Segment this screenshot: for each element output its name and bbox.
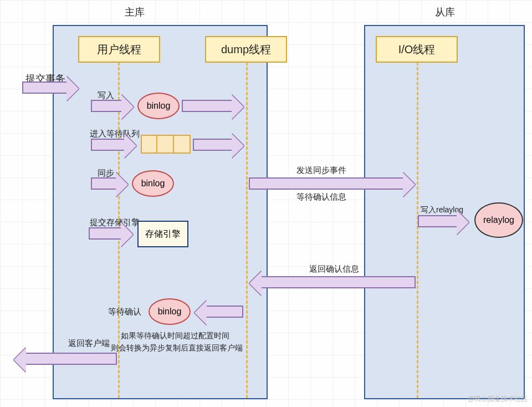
io-lifeline xyxy=(417,62,418,398)
note-line-2: 则会转换为异步复制后直接返回客户端 xyxy=(111,342,243,354)
watermark: @稀土掘金技术社区 xyxy=(468,394,528,404)
storage-engine-box: 存储引擎 xyxy=(137,221,188,247)
submit-tx-arrow xyxy=(22,82,66,94)
dump-lifeline xyxy=(246,62,248,398)
queue-arrow-2 xyxy=(193,139,232,151)
send-sync-arrow xyxy=(249,177,403,190)
wait-confirm-label: 等待确认 xyxy=(108,307,141,317)
wait-confirm-arrow xyxy=(207,306,243,318)
send-sync-label: 发送同步事件 xyxy=(296,165,346,176)
write-arrow-1 xyxy=(91,100,121,112)
return-client-arrow xyxy=(26,353,117,365)
commit-engine-arrow xyxy=(89,227,121,240)
dump-thread-box: dump线程 xyxy=(205,36,287,63)
slave-title: 从库 xyxy=(435,6,455,19)
binlog-node-1: binlog xyxy=(137,93,180,119)
relaylog-node: relaylog xyxy=(474,202,523,238)
master-title: 主库 xyxy=(125,6,145,19)
wait-ack-label: 等待确认信息 xyxy=(296,192,346,202)
user-thread-box: 用户线程 xyxy=(78,36,160,63)
io-thread-box: I/O线程 xyxy=(376,36,458,63)
sync-arrow-1 xyxy=(91,177,116,190)
binlog-node-2: binlog xyxy=(132,170,174,197)
write-relay-arrow xyxy=(418,215,457,227)
write-arrow-2 xyxy=(182,100,232,112)
queue-arrow-1 xyxy=(91,139,124,151)
return-client-label: 返回客户端 xyxy=(68,338,110,349)
return-ack-arrow xyxy=(262,276,416,288)
binlog-node-3: binlog xyxy=(149,298,191,325)
note-line-1: 如果等待确认时间超过配置时间 xyxy=(121,330,229,342)
return-ack-label: 返回确认信息 xyxy=(309,264,359,274)
wait-queue xyxy=(141,135,191,154)
